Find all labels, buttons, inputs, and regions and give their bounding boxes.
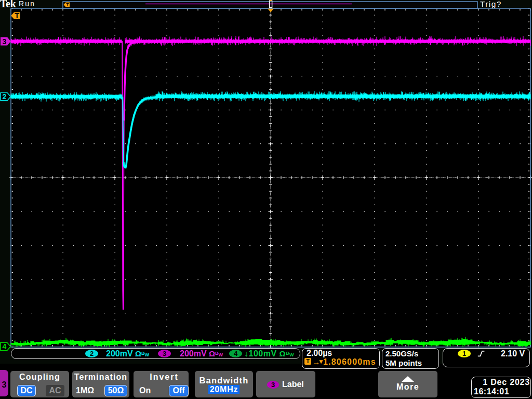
svg-text:4: 4 (2, 342, 6, 351)
svg-text:T: T (66, 2, 69, 7)
svg-text:3: 3 (3, 37, 7, 46)
svg-text:T: T (15, 11, 19, 20)
svg-text:2: 2 (3, 92, 7, 101)
